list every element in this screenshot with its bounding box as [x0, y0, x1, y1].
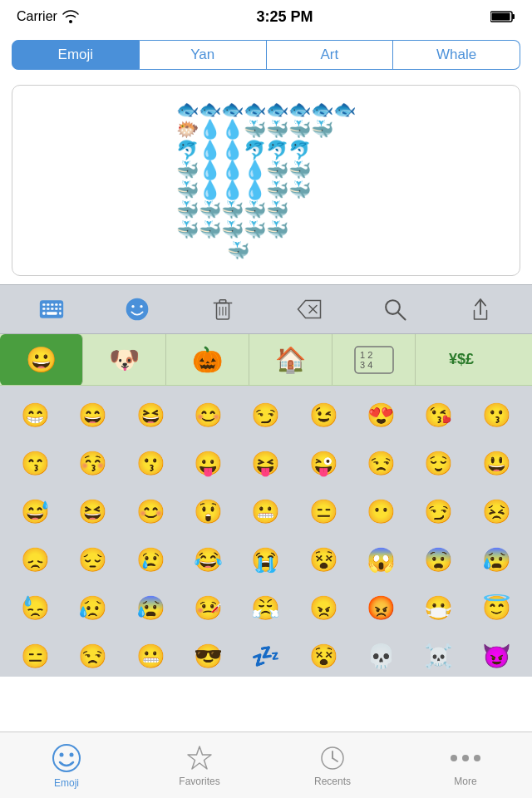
- svg-rect-6: [51, 303, 53, 306]
- emoji-cell[interactable]: 😘: [411, 392, 466, 437]
- emoji-cell[interactable]: 😈: [470, 633, 524, 677]
- emoji-cell[interactable]: 😏: [411, 489, 466, 534]
- emoji-picker-button[interactable]: [117, 289, 157, 329]
- emoji-cell[interactable]: 😗: [470, 392, 524, 437]
- emoji-cell[interactable]: 😑: [8, 633, 62, 677]
- emoji-cell[interactable]: 😠: [297, 585, 351, 630]
- emoji-cell[interactable]: 💤: [239, 633, 293, 677]
- emoji-cell[interactable]: 😰: [470, 537, 524, 582]
- emoji-tab-icon: [51, 742, 82, 774]
- emoji-cell[interactable]: 😬: [239, 489, 293, 534]
- category-animals[interactable]: 🐶: [83, 334, 166, 386]
- svg-rect-15: [47, 312, 57, 314]
- svg-rect-10: [47, 308, 49, 310]
- category-places[interactable]: 🏠: [249, 334, 332, 386]
- emoji-cell[interactable]: 😃: [470, 441, 524, 485]
- emoji-cell[interactable]: 😛: [181, 441, 235, 485]
- emoji-cell[interactable]: 😆: [124, 392, 178, 437]
- tabbar-item-recents[interactable]: Recents: [266, 732, 399, 798]
- emoji-cell[interactable]: 💀: [354, 633, 408, 677]
- svg-rect-12: [55, 308, 57, 310]
- emoji-cell[interactable]: 😁: [8, 392, 62, 437]
- emoji-cell[interactable]: 😲: [181, 489, 235, 534]
- emoji-cell[interactable]: 😗: [124, 441, 178, 485]
- emoji-cell[interactable]: 😡: [354, 585, 408, 630]
- emoji-cell[interactable]: ☠️: [411, 633, 466, 677]
- category-emoji[interactable]: 😀: [0, 334, 83, 386]
- emoji-cell[interactable]: 😰: [124, 585, 178, 630]
- emoji-cell[interactable]: 😌: [411, 441, 466, 485]
- tabbar-more-label: More: [454, 776, 476, 787]
- svg-point-34: [53, 745, 80, 771]
- emoji-cell[interactable]: 😂: [181, 537, 235, 582]
- backspace-button[interactable]: [289, 289, 329, 329]
- svg-rect-11: [51, 308, 53, 310]
- tab-yan[interactable]: Yan: [140, 40, 267, 70]
- tabbar-item-more[interactable]: More: [399, 732, 532, 798]
- svg-text:3 4: 3 4: [360, 360, 372, 370]
- emoji-cell[interactable]: 😱: [354, 537, 408, 582]
- emoji-cell[interactable]: 😜: [297, 441, 351, 485]
- emoji-cell[interactable]: 😬: [124, 633, 178, 677]
- emoji-cell[interactable]: 😇: [470, 585, 524, 630]
- emoji-cell[interactable]: 😉: [297, 392, 351, 437]
- emoji-cell[interactable]: 😷: [411, 585, 466, 630]
- tab-emoji[interactable]: Emoji: [12, 40, 140, 70]
- svg-line-29: [398, 313, 405, 319]
- emoji-cell[interactable]: 😊: [124, 489, 178, 534]
- emoji-cell[interactable]: 😨: [411, 537, 466, 582]
- emoji-cell[interactable]: 😚: [66, 441, 120, 485]
- svg-rect-5: [47, 303, 49, 306]
- tabbar-item-emoji[interactable]: Emoji: [0, 732, 133, 798]
- emoji-cell[interactable]: 😞: [8, 537, 62, 582]
- preview-area: 🐟🐟🐟🐟🐟🐟🐟🐟 🐡💧💧🐳🐳🐳🐳 🐬💧💧🐬🐬🐬 🐳💧💧💧🐳🐳 🐳💧💧💧🐳🐳 🐳🐳…: [12, 85, 520, 276]
- search-icon: [382, 297, 407, 322]
- emoji-cell[interactable]: 😊: [181, 392, 235, 437]
- emoji-cell[interactable]: 😔: [66, 537, 120, 582]
- emoji-cell[interactable]: 😣: [470, 489, 524, 534]
- tabbar-item-favorites[interactable]: Favorites: [133, 732, 266, 798]
- emoji-cell[interactable]: 😒: [354, 441, 408, 485]
- trash-icon: [210, 297, 235, 322]
- category-currency[interactable]: ¥$£: [416, 334, 507, 386]
- emoji-cell[interactable]: 😆: [66, 489, 120, 534]
- emoji-cell[interactable]: 😙: [8, 441, 62, 485]
- emoji-cell[interactable]: 😶: [354, 489, 408, 534]
- tab-art[interactable]: Art: [267, 40, 394, 70]
- emoji-cell[interactable]: 😵: [297, 633, 351, 677]
- emoji-cell[interactable]: 😍: [354, 392, 408, 437]
- category-halloween[interactable]: 🎃: [166, 334, 249, 386]
- emoji-cell[interactable]: 😒: [66, 633, 120, 677]
- emoji-cell[interactable]: 😓: [8, 585, 62, 630]
- emoji-cell[interactable]: 😤: [239, 585, 293, 630]
- svg-rect-22: [220, 300, 227, 303]
- tab-whale[interactable]: Whale: [393, 40, 520, 70]
- tabbar-favorites-label: Favorites: [179, 776, 219, 787]
- delete-button[interactable]: [203, 289, 243, 329]
- emoji-cell[interactable]: 😅: [8, 489, 62, 534]
- category-numbers[interactable]: 1 2 3 4: [332, 334, 416, 386]
- emoji-cell[interactable]: 😄: [66, 392, 120, 437]
- share-button[interactable]: [461, 289, 500, 329]
- emoji-cell[interactable]: 😎: [181, 633, 235, 677]
- emoji-cell[interactable]: 🤒: [181, 585, 235, 630]
- svg-point-35: [60, 752, 64, 756]
- keyboard-button[interactable]: [32, 289, 71, 329]
- status-right: [490, 10, 515, 23]
- emoji-cell[interactable]: 😭: [239, 537, 293, 582]
- emoji-cell[interactable]: 😝: [239, 441, 293, 485]
- status-bar: Carrier 3:25 PM: [0, 0, 532, 33]
- keyboard-icon: [39, 297, 64, 322]
- emoji-cell[interactable]: 😢: [124, 537, 178, 582]
- emoji-cell[interactable]: 😥: [66, 585, 120, 630]
- svg-rect-14: [42, 312, 45, 314]
- emoji-cell[interactable]: 😑: [297, 489, 351, 534]
- emoji-cell[interactable]: 😵: [297, 537, 351, 582]
- emoji-cell[interactable]: 😏: [239, 392, 293, 437]
- category-bar: 😀 🐶 🎃 🏠 1 2 3 4 ¥$£: [0, 334, 532, 386]
- emoji-grid: 😁 😄 😆 😊 😏 😉 😍 😘 😗 😙 😚 😗 😛 😝 😜 😒 😌 😃 😅 😆 …: [0, 386, 532, 677]
- search-button[interactable]: [375, 289, 415, 329]
- svg-point-36: [70, 752, 74, 756]
- svg-point-19: [140, 305, 142, 308]
- svg-rect-1: [512, 14, 515, 19]
